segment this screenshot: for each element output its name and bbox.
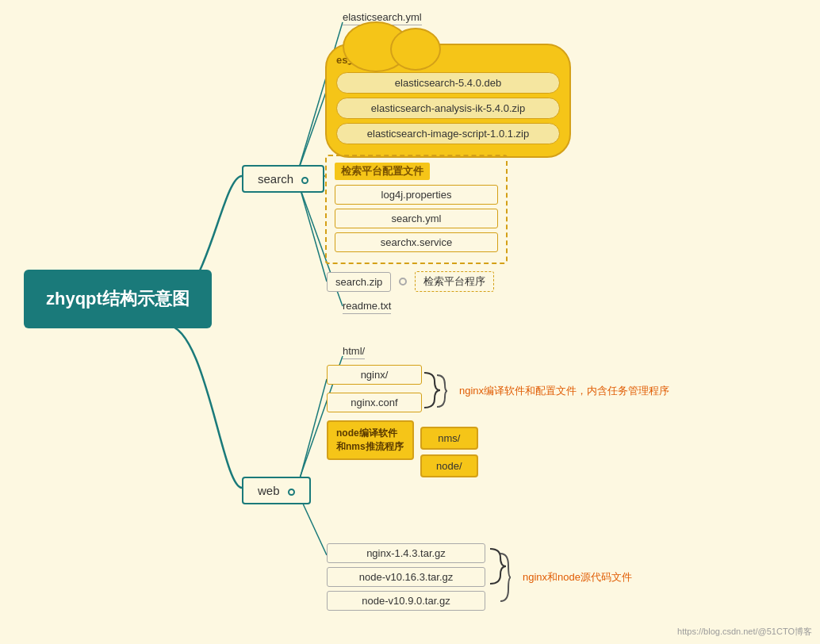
src-brace-label: nginx和node源代码文件 bbox=[523, 570, 632, 585]
search-zip-row: search.zip 检索平台程序 bbox=[327, 271, 494, 292]
src-file-1: node-v10.16.3.tar.gz bbox=[327, 567, 485, 587]
root-node: zhyqpt结构示意图 bbox=[24, 270, 212, 328]
readme-item: readme.txt bbox=[343, 300, 391, 314]
cloud-label: es安装包和资源 bbox=[336, 53, 560, 67]
node-yellow-box: node编译软件和nms推流程序 bbox=[327, 420, 414, 460]
node-item: node/ bbox=[420, 454, 478, 477]
config-file-0: log4j.properties bbox=[335, 185, 498, 205]
cloud-file-2: elasticsearch-image-script-1.0.1.zip bbox=[336, 123, 560, 144]
watermark: https://blog.csdn.net/@51CTO博客 bbox=[677, 626, 812, 638]
search-dot bbox=[301, 177, 308, 184]
web-branch-node: web bbox=[242, 477, 311, 504]
nginx-item: nginx/ bbox=[327, 365, 422, 385]
search-branch-node: search bbox=[242, 165, 324, 193]
cloud-container: es安装包和资源 elasticsearch-5.4.0.deb elastic… bbox=[325, 44, 571, 158]
svg-line-3 bbox=[297, 179, 327, 282]
src-brace-group: nginx-1.4.3.tar.gz node-v10.16.3.tar.gz … bbox=[327, 543, 632, 611]
nms-item: nms/ bbox=[420, 427, 478, 450]
nms-node-group: nms/ node/ bbox=[420, 427, 478, 477]
search-zip-file: search.zip bbox=[327, 272, 391, 292]
web-dot bbox=[288, 489, 295, 496]
nginx-src-group: nginx-1.4.3.tar.gz node-v10.16.3.tar.gz … bbox=[327, 543, 632, 611]
config-file-1: search.yml bbox=[335, 209, 498, 228]
config-box-label: 检索平台配置文件 bbox=[335, 163, 430, 180]
cloud-shape: es安装包和资源 elasticsearch-5.4.0.deb elastic… bbox=[325, 44, 571, 158]
nginx-group: nginx/ nginx.conf nginx编译软件和配置文件，内含任务管理程… bbox=[327, 365, 669, 416]
src-file-0: nginx-1.4.3.tar.gz bbox=[327, 543, 485, 563]
nginx-brace-label: nginx编译软件和配置文件，内含任务管理程序 bbox=[459, 384, 669, 398]
src-file-2: node-v10.9.0.tar.gz bbox=[327, 591, 485, 611]
cloud-file-0: elasticsearch-5.4.0.deb bbox=[336, 72, 560, 94]
svg-line-6 bbox=[297, 379, 327, 488]
svg-line-1 bbox=[297, 83, 329, 173]
nginx-conf-item: nginx.conf bbox=[327, 393, 422, 412]
config-file-2: searchx.service bbox=[335, 232, 498, 252]
search-zip-note: 检索平台程序 bbox=[415, 271, 494, 292]
config-dashed-box: 检索平台配置文件 log4j.properties search.yml sea… bbox=[325, 155, 508, 264]
cloud-file-1: elasticsearch-analysis-ik-5.4.0.zip bbox=[336, 98, 560, 119]
nginx-brace-group: nginx/ nginx.conf nginx编译软件和配置文件，内含任务管理程… bbox=[327, 365, 669, 416]
html-item: html/ bbox=[343, 345, 365, 359]
search-zip-dot bbox=[399, 278, 407, 286]
